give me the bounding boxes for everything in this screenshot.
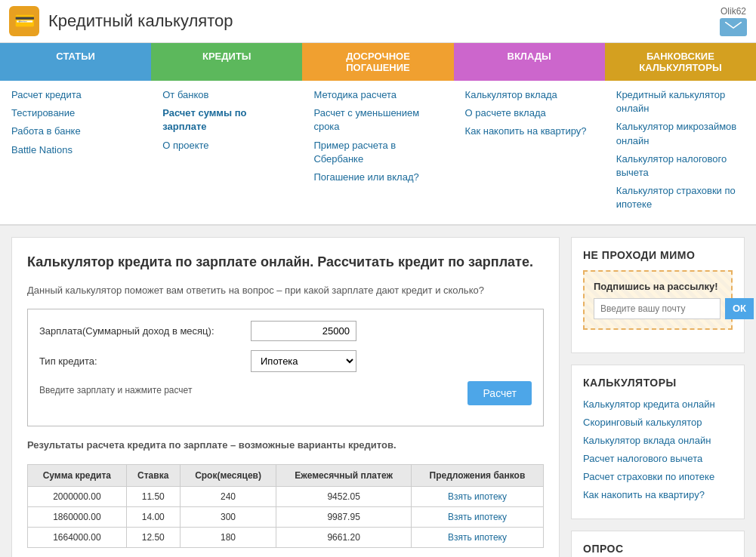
- sidebar-calculators: КАЛЬКУЛЯТОРЫ Калькулятор кредита онлайн …: [571, 365, 745, 519]
- calculate-button[interactable]: Расчет: [467, 381, 532, 405]
- dropdown-link[interactable]: Расчет кредита: [11, 88, 140, 102]
- form-note: Введите зарплату и нажмите расчет: [39, 385, 192, 395]
- table-row: 2000000.00 11.50 240 9452.05 Взять ипоте…: [28, 486, 544, 506]
- cell-sum: 1664000.00: [28, 527, 127, 547]
- dropdown-link[interactable]: Кредитный калькулятор онлайн: [616, 88, 745, 115]
- newsletter-row: ОК: [594, 298, 722, 319]
- cell-rate: 11.50: [126, 486, 180, 506]
- not-miss-title: НЕ ПРОХОДИ МИМО: [583, 249, 733, 261]
- app-icon: 💳: [9, 6, 39, 36]
- col-header-payment: Ежемесячный платеж: [276, 464, 412, 486]
- nav-item-stati[interactable]: СТАТЬИ: [0, 43, 151, 81]
- cell-rate: 14.00: [126, 506, 180, 527]
- dropdown-link[interactable]: Калькулятор страховки по ипотеке: [616, 184, 745, 211]
- dropdown-col-2: От банков Расчет суммы по зарплате О про…: [151, 88, 302, 217]
- cell-rate: 12.50: [126, 527, 180, 547]
- cell-payment: 9987.95: [276, 506, 412, 527]
- nav-item-vklady[interactable]: ВКЛАДЫ: [454, 43, 605, 81]
- calculators-title: КАЛЬКУЛЯТОРЫ: [583, 377, 733, 389]
- loan-type-label: Тип кредита:: [39, 355, 251, 367]
- offer-link[interactable]: Взять ипотеку: [448, 532, 507, 543]
- loan-type-select[interactable]: Ипотека Потребительский Автокредит: [251, 350, 356, 372]
- salary-input[interactable]: [251, 321, 356, 341]
- app-title: Кредитный калькулятор: [48, 11, 233, 31]
- page-description: Данный калькулятор поможет вам ответить …: [27, 283, 544, 298]
- dropdown-link[interactable]: Работа в банке: [11, 125, 140, 138]
- col-header-term: Срок(месяцев): [180, 464, 276, 486]
- sidebar: НЕ ПРОХОДИ МИМО Подпишись на рассылку! О…: [571, 237, 745, 558]
- mail-icon[interactable]: [720, 18, 747, 36]
- dropdown-link[interactable]: Расчет с уменьшением срока: [313, 106, 442, 134]
- loan-type-row: Тип кредита: Ипотека Потребительский Авт…: [39, 350, 532, 372]
- dropdown-link[interactable]: Погашение или вклад?: [313, 171, 442, 184]
- newsletter-box: Подпишись на рассылку! ОК: [583, 270, 733, 330]
- dropdown-link[interactable]: Методика расчета: [313, 88, 442, 102]
- main-nav: СТАТЬИ КРЕДИТЫ ДОСРОЧНОЕ ПОГАШЕНИЕ ВКЛАД…: [0, 43, 756, 81]
- table-row: 1860000.00 14.00 300 9987.95 Взять ипоте…: [28, 506, 544, 527]
- opros-title: ОПРОС: [583, 543, 733, 555]
- dropdown-link-bold[interactable]: Расчет суммы по зарплате: [162, 106, 291, 134]
- results-title: Результаты расчета кредита по зарплате –…: [27, 438, 544, 453]
- dropdown-link[interactable]: Калькулятор микрозаймов онлайн: [616, 120, 745, 147]
- salary-row: Зарплата(Суммарный доход в месяц):: [39, 321, 532, 341]
- page-title: Калькулятор кредита по зарплате онлайн. …: [27, 253, 544, 272]
- sidebar-link[interactable]: Как накопить на квартиру?: [583, 488, 733, 502]
- table-row: 1664000.00 12.50 180 9661.20 Взять ипоте…: [28, 527, 544, 547]
- dropdown-link[interactable]: Тестирование: [11, 106, 140, 120]
- sidebar-link[interactable]: Калькулятор кредита онлайн: [583, 398, 733, 411]
- nav-item-dosrochnoe[interactable]: ДОСРОЧНОЕ ПОГАШЕНИЕ: [302, 43, 453, 81]
- results-table: Сумма кредита Ставка Срок(месяцев) Ежеме…: [27, 464, 544, 548]
- dropdown-link[interactable]: Калькулятор налогового вычета: [616, 152, 745, 180]
- dropdown-link[interactable]: О расчете вклада: [465, 106, 594, 120]
- dropdown-link[interactable]: Калькулятор вклада: [465, 88, 594, 102]
- username: Olik62: [720, 6, 747, 17]
- dropdown-link[interactable]: О проекте: [162, 139, 291, 152]
- nav-item-kredity[interactable]: КРЕДИТЫ: [151, 43, 302, 81]
- sidebar-link[interactable]: Расчет налогового вычета: [583, 452, 733, 466]
- calc-action-row: Введите зарплату и нажмите расчет Расчет: [39, 381, 532, 405]
- newsletter-email-input[interactable]: [594, 298, 721, 319]
- app-icon-glyph: 💳: [14, 11, 35, 31]
- dropdown-link[interactable]: Как накопить на квартиру?: [465, 125, 594, 138]
- sidebar-link[interactable]: Калькулятор вклада онлайн: [583, 434, 733, 448]
- newsletter-submit-button[interactable]: ОК: [725, 298, 754, 319]
- salary-label: Зарплата(Суммарный доход в месяц):: [39, 325, 251, 337]
- user-area: Olik62: [720, 6, 747, 36]
- offer-link[interactable]: Взять ипотеку: [448, 512, 507, 522]
- cell-sum: 1860000.00: [28, 506, 127, 527]
- offer-link[interactable]: Взять ипотеку: [448, 491, 507, 502]
- dropdown-menu: Расчет кредита Тестирование Работа в бан…: [0, 81, 756, 226]
- header: 💳 Кредитный калькулятор Olik62: [0, 0, 756, 43]
- sidebar-opros: ОПРОС: [571, 531, 745, 557]
- col-header-offer: Предложения банков: [411, 464, 543, 486]
- newsletter-title: Подпишись на рассылку!: [594, 281, 722, 292]
- main-content: Калькулятор кредита по зарплате онлайн. …: [11, 237, 560, 558]
- dropdown-link[interactable]: От банков: [162, 88, 291, 102]
- dropdown-col-1: Расчет кредита Тестирование Работа в бан…: [0, 88, 151, 217]
- cell-term: 180: [180, 527, 276, 547]
- col-header-sum: Сумма кредита: [28, 464, 127, 486]
- dropdown-link[interactable]: Пример расчета в Сбербанке: [313, 139, 442, 166]
- cell-sum: 2000000.00: [28, 486, 127, 506]
- dropdown-col-5: Кредитный калькулятор онлайн Калькулятор…: [605, 88, 756, 217]
- sidebar-not-miss: НЕ ПРОХОДИ МИМО Подпишись на рассылку! О…: [571, 237, 745, 353]
- calculator-form: Зарплата(Суммарный доход в месяц): Тип к…: [27, 309, 544, 426]
- dropdown-col-3: Методика расчета Расчет с уменьшением ср…: [302, 88, 453, 217]
- cell-payment: 9661.20: [276, 527, 412, 547]
- col-header-rate: Ставка: [126, 464, 180, 486]
- dropdown-link[interactable]: Battle Nations: [11, 143, 140, 157]
- sidebar-link[interactable]: Скоринговый калькулятор: [583, 416, 733, 429]
- dropdown-col-4: Калькулятор вклада О расчете вклада Как …: [454, 88, 605, 217]
- main-layout: Калькулятор кредита по зарплате онлайн. …: [0, 226, 756, 558]
- cell-term: 300: [180, 506, 276, 527]
- cell-payment: 9452.05: [276, 486, 412, 506]
- sidebar-link[interactable]: Расчет страховки по ипотеке: [583, 470, 733, 484]
- cell-term: 240: [180, 486, 276, 506]
- nav-item-bankovskie[interactable]: БАНКОВСКИЕ КАЛЬКУЛЯТОРЫ: [605, 43, 756, 81]
